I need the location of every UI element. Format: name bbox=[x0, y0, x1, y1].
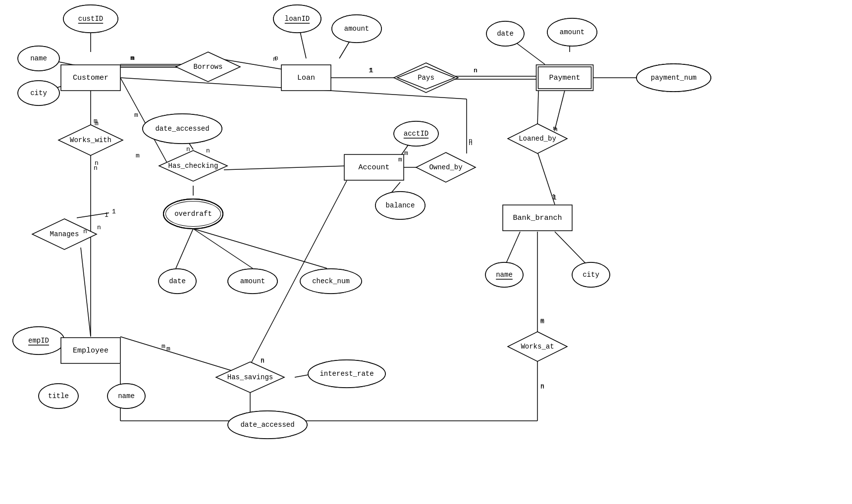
er-diagram-canvas bbox=[0, 0, 852, 504]
